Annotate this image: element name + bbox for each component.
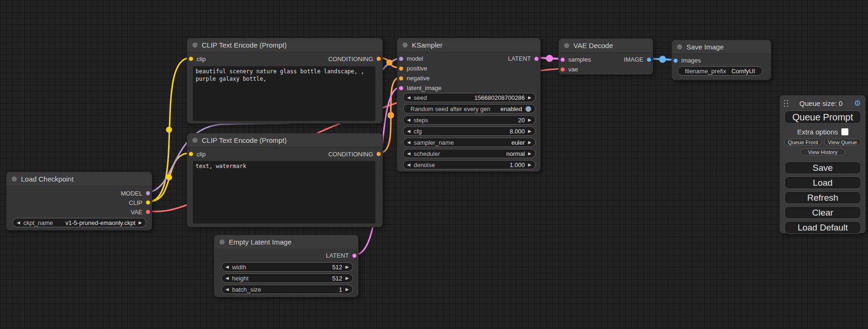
widget-label: steps bbox=[414, 117, 428, 124]
input-port-clip[interactable] bbox=[189, 56, 193, 61]
collapse-dot-icon[interactable] bbox=[192, 138, 198, 143]
collapse-dot-icon[interactable] bbox=[219, 239, 225, 245]
width-widget[interactable]: ◀ width 512 ▶ bbox=[221, 262, 353, 272]
decrement-arrow-icon[interactable]: ◀ bbox=[407, 163, 410, 167]
node-empty-latent-image[interactable]: Empty Latent Image LATENT ◀ width 512 ▶ … bbox=[214, 235, 359, 297]
input-label: negative bbox=[407, 75, 430, 82]
increment-arrow-icon[interactable]: ▶ bbox=[346, 276, 349, 280]
input-port-vae[interactable] bbox=[560, 67, 565, 72]
queue-prompt-button[interactable]: Queue Prompt bbox=[784, 111, 861, 124]
node-title: CLIP Text Encode (Prompt) bbox=[202, 41, 287, 49]
node-header[interactable]: VAE Decode bbox=[559, 39, 653, 53]
prompt-textarea[interactable]: text, watermark bbox=[193, 161, 375, 224]
node-header[interactable]: CLIP Text Encode (Prompt) bbox=[187, 133, 382, 147]
collapse-dot-icon[interactable] bbox=[192, 42, 198, 48]
output-port-model[interactable] bbox=[146, 191, 150, 196]
output-port-conditioning[interactable] bbox=[376, 56, 381, 61]
drag-handle-icon[interactable] bbox=[784, 100, 788, 107]
save-button[interactable]: Save bbox=[784, 161, 861, 174]
seed-widget[interactable]: ◀ seed 156680208700286 ▶ bbox=[403, 93, 536, 102]
prompt-textarea[interactable]: beautiful scenery nature glass bottle la… bbox=[193, 66, 375, 121]
decrement-arrow-icon[interactable]: ◀ bbox=[226, 276, 229, 280]
decrement-arrow-icon[interactable]: ◀ bbox=[226, 287, 229, 292]
decrement-arrow-icon[interactable]: ◀ bbox=[407, 118, 410, 122]
increment-arrow-icon[interactable]: ▶ bbox=[528, 96, 531, 100]
increment-arrow-icon[interactable]: ▶ bbox=[528, 163, 531, 167]
decrement-arrow-icon[interactable]: ◀ bbox=[407, 140, 410, 145]
cfg-widget[interactable]: ◀ cfg 8.000 ▶ bbox=[403, 126, 536, 136]
ckpt-name-widget[interactable]: ◀ ckpt_name v1-5-pruned-emaonly.ckpt ▶ bbox=[13, 218, 146, 227]
queue-size-label: Queue size: 0 bbox=[788, 99, 854, 107]
load-default-button[interactable]: Load Default bbox=[784, 221, 861, 234]
node-ksampler[interactable]: KSampler model LATENT positive negative … bbox=[397, 38, 541, 172]
node-vae-decode[interactable]: VAE Decode samples IMAGE vae bbox=[558, 38, 653, 75]
input-label: model bbox=[407, 55, 423, 62]
increment-arrow-icon[interactable]: ▶ bbox=[528, 129, 531, 133]
decrement-arrow-icon[interactable]: ◀ bbox=[407, 129, 410, 133]
clear-button[interactable]: Clear bbox=[784, 206, 861, 219]
denoise-widget[interactable]: ◀ denoise 1.000 ▶ bbox=[403, 160, 536, 169]
output-port-image[interactable] bbox=[647, 57, 651, 62]
increment-arrow-icon[interactable]: ▶ bbox=[139, 221, 142, 225]
increment-arrow-icon[interactable]: ▶ bbox=[528, 140, 531, 145]
node-title: Save Image bbox=[686, 43, 724, 51]
increment-arrow-icon[interactable]: ▶ bbox=[528, 118, 531, 122]
node-clip-text-encode-positive[interactable]: CLIP Text Encode (Prompt) clip CONDITION… bbox=[187, 38, 383, 124]
load-button[interactable]: Load bbox=[784, 176, 861, 189]
decrement-arrow-icon[interactable]: ◀ bbox=[407, 96, 410, 100]
output-port-clip[interactable] bbox=[146, 200, 150, 205]
decrement-arrow-icon[interactable]: ◀ bbox=[226, 265, 229, 269]
input-port-samples[interactable] bbox=[560, 57, 565, 62]
batch-size-widget[interactable]: ◀ batch_size 1 ▶ bbox=[221, 285, 353, 294]
input-port-negative[interactable] bbox=[399, 76, 403, 81]
widget-value: 512 bbox=[332, 275, 342, 282]
decrement-arrow-icon[interactable]: ◀ bbox=[407, 152, 410, 156]
node-load-checkpoint[interactable]: Load Checkpoint MODEL CLIP VAE ◀ ckpt_na… bbox=[6, 172, 152, 231]
input-port-positive[interactable] bbox=[399, 66, 403, 71]
settings-gear-icon[interactable]: ⚙ bbox=[854, 99, 861, 107]
scheduler-widget[interactable]: ◀ scheduler normal ▶ bbox=[403, 149, 536, 158]
node-header[interactable]: CLIP Text Encode (Prompt) bbox=[187, 38, 382, 52]
increment-arrow-icon[interactable]: ▶ bbox=[346, 265, 349, 269]
node-save-image[interactable]: Save Image images filename_prefix ComfyU… bbox=[671, 40, 771, 80]
extra-options-checkbox[interactable] bbox=[841, 128, 848, 135]
output-port-latent[interactable] bbox=[352, 253, 357, 258]
refresh-button[interactable]: Refresh bbox=[784, 191, 861, 204]
increment-arrow-icon[interactable]: ▶ bbox=[346, 287, 349, 292]
input-port-latent-image[interactable] bbox=[399, 86, 403, 91]
decrement-arrow-icon[interactable]: ◀ bbox=[17, 221, 20, 225]
node-header[interactable]: Empty Latent Image bbox=[214, 235, 358, 249]
widget-label: scheduler bbox=[414, 150, 440, 157]
input-port-images[interactable] bbox=[673, 58, 678, 63]
output-port-conditioning[interactable] bbox=[376, 152, 381, 156]
random-seed-toggle-widget[interactable]: Random seed after every gen enabled bbox=[403, 104, 536, 113]
steps-widget[interactable]: ◀ steps 20 ▶ bbox=[403, 115, 536, 125]
output-port-vae[interactable] bbox=[146, 210, 150, 214]
output-label: VAE bbox=[131, 209, 142, 216]
collapse-dot-icon[interactable] bbox=[12, 176, 17, 182]
filename-prefix-widget[interactable]: filename_prefix ComfyUI bbox=[677, 66, 762, 76]
increment-arrow-icon[interactable]: ▶ bbox=[528, 152, 531, 156]
toggle-dot-icon[interactable] bbox=[525, 106, 531, 112]
node-header[interactable]: Load Checkpoint bbox=[7, 172, 152, 186]
input-port-model[interactable] bbox=[399, 56, 403, 61]
input-label: vae bbox=[568, 66, 578, 73]
collapse-dot-icon[interactable] bbox=[402, 42, 408, 48]
view-history-button[interactable]: View History bbox=[800, 148, 845, 155]
output-label: LATENT bbox=[326, 252, 349, 259]
output-port-latent[interactable] bbox=[534, 56, 539, 61]
widget-value: 8.000 bbox=[510, 128, 525, 135]
node-canvas[interactable]: Load Checkpoint MODEL CLIP VAE ◀ ckpt_na… bbox=[0, 0, 868, 329]
collapse-dot-icon[interactable] bbox=[677, 44, 682, 49]
link-clip-to-positive-encoder bbox=[148, 58, 190, 202]
view-queue-button[interactable]: View Queue bbox=[824, 139, 861, 146]
input-port-clip[interactable] bbox=[189, 152, 193, 156]
node-header[interactable]: Save Image bbox=[672, 40, 771, 54]
link-midpoint-dot bbox=[659, 56, 666, 63]
collapse-dot-icon[interactable] bbox=[564, 43, 569, 48]
queue-front-button[interactable]: Queue Front bbox=[784, 139, 822, 146]
height-widget[interactable]: ◀ height 512 ▶ bbox=[221, 273, 353, 283]
sampler-name-widget[interactable]: ◀ sampler_name euler ▶ bbox=[403, 138, 536, 147]
node-clip-text-encode-negative[interactable]: CLIP Text Encode (Prompt) clip CONDITION… bbox=[187, 133, 383, 227]
node-header[interactable]: KSampler bbox=[397, 38, 540, 52]
